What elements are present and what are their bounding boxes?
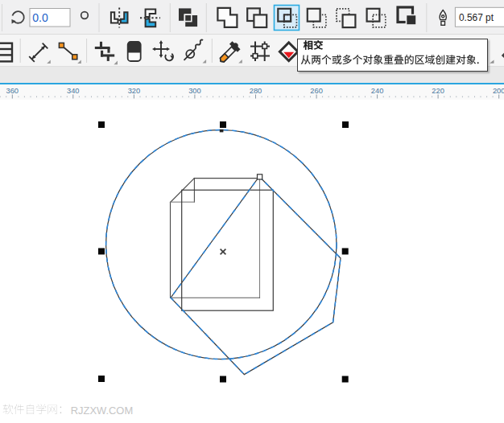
svg-text:240: 240 (371, 87, 384, 95)
svg-text:220: 220 (432, 87, 444, 95)
svg-text:RJZXW.COM: RJZXW.COM (70, 405, 132, 417)
svg-text:260: 260 (310, 87, 323, 95)
svg-text:0.567 pt: 0.567 pt (459, 12, 494, 23)
svg-text:300: 300 (188, 87, 201, 95)
svg-text:200: 200 (493, 87, 504, 95)
svg-text:0.0: 0.0 (32, 11, 48, 24)
svg-text:360: 360 (6, 87, 19, 95)
svg-text:280: 280 (250, 87, 262, 95)
svg-text:340: 340 (67, 87, 80, 95)
svg-text:320: 320 (128, 87, 141, 95)
